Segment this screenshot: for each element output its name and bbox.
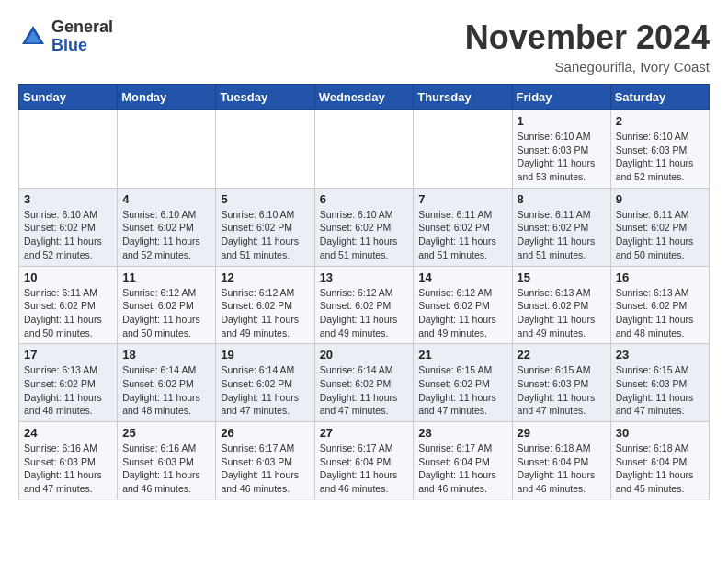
day-info: Sunrise: 6:12 AM Sunset: 6:02 PM Dayligh… xyxy=(418,286,506,340)
month-title: November 2024 xyxy=(465,18,710,57)
calendar-cell: 24Sunrise: 6:16 AM Sunset: 6:03 PM Dayli… xyxy=(19,422,118,500)
day-info: Sunrise: 6:12 AM Sunset: 6:02 PM Dayligh… xyxy=(320,286,409,340)
day-number: 13 xyxy=(320,270,409,284)
day-number: 18 xyxy=(122,348,210,362)
day-number: 7 xyxy=(418,192,506,206)
day-number: 5 xyxy=(221,192,309,206)
day-info: Sunrise: 6:10 AM Sunset: 6:02 PM Dayligh… xyxy=(320,208,409,262)
day-number: 9 xyxy=(616,192,704,206)
weekday-header-sunday: Sunday xyxy=(19,85,118,110)
day-number: 26 xyxy=(221,426,309,440)
day-info: Sunrise: 6:10 AM Sunset: 6:02 PM Dayligh… xyxy=(122,208,210,262)
day-info: Sunrise: 6:12 AM Sunset: 6:02 PM Dayligh… xyxy=(221,286,309,340)
calendar-table: SundayMondayTuesdayWednesdayThursdayFrid… xyxy=(18,84,710,500)
calendar-cell xyxy=(414,110,512,189)
calendar-cell: 3Sunrise: 6:10 AM Sunset: 6:02 PM Daylig… xyxy=(19,188,118,266)
day-number: 1 xyxy=(518,114,606,128)
week-row-5: 24Sunrise: 6:16 AM Sunset: 6:03 PM Dayli… xyxy=(19,422,710,500)
day-info: Sunrise: 6:10 AM Sunset: 6:03 PM Dayligh… xyxy=(518,130,606,184)
logo-text: General Blue xyxy=(51,18,113,55)
day-info: Sunrise: 6:10 AM Sunset: 6:02 PM Dayligh… xyxy=(221,208,309,262)
day-number: 22 xyxy=(518,348,606,362)
calendar-cell: 11Sunrise: 6:12 AM Sunset: 6:02 PM Dayli… xyxy=(118,266,216,344)
day-info: Sunrise: 6:15 AM Sunset: 6:03 PM Dayligh… xyxy=(518,363,606,418)
weekday-header-saturday: Saturday xyxy=(610,85,709,110)
logo: General Blue xyxy=(18,18,113,55)
day-number: 6 xyxy=(320,192,409,206)
calendar-cell xyxy=(216,110,314,189)
day-number: 23 xyxy=(616,348,704,362)
day-info: Sunrise: 6:11 AM Sunset: 6:02 PM Dayligh… xyxy=(24,286,112,340)
calendar-cell: 22Sunrise: 6:15 AM Sunset: 6:03 PM Dayli… xyxy=(512,344,610,422)
day-number: 25 xyxy=(122,426,210,440)
day-number: 15 xyxy=(518,270,606,284)
day-number: 21 xyxy=(418,348,506,362)
calendar-cell: 18Sunrise: 6:14 AM Sunset: 6:02 PM Dayli… xyxy=(118,344,216,422)
calendar-cell: 1Sunrise: 6:10 AM Sunset: 6:03 PM Daylig… xyxy=(512,110,610,189)
calendar-cell: 14Sunrise: 6:12 AM Sunset: 6:02 PM Dayli… xyxy=(414,266,512,344)
calendar-cell: 7Sunrise: 6:11 AM Sunset: 6:02 PM Daylig… xyxy=(414,188,512,266)
weekday-header-thursday: Thursday xyxy=(414,85,512,110)
calendar-cell: 29Sunrise: 6:18 AM Sunset: 6:04 PM Dayli… xyxy=(512,422,610,500)
calendar-cell: 27Sunrise: 6:17 AM Sunset: 6:04 PM Dayli… xyxy=(314,422,414,500)
day-number: 24 xyxy=(24,426,112,440)
day-info: Sunrise: 6:13 AM Sunset: 6:02 PM Dayligh… xyxy=(24,363,112,418)
day-info: Sunrise: 6:14 AM Sunset: 6:02 PM Dayligh… xyxy=(221,363,309,418)
calendar-cell: 6Sunrise: 6:10 AM Sunset: 6:02 PM Daylig… xyxy=(314,188,414,266)
title-block: November 2024 Sanegourifla, Ivory Coast xyxy=(465,18,710,75)
day-info: Sunrise: 6:16 AM Sunset: 6:03 PM Dayligh… xyxy=(24,442,112,496)
day-info: Sunrise: 6:18 AM Sunset: 6:04 PM Dayligh… xyxy=(518,442,606,496)
day-number: 4 xyxy=(122,192,210,206)
calendar-cell: 21Sunrise: 6:15 AM Sunset: 6:02 PM Dayli… xyxy=(414,344,512,422)
day-number: 11 xyxy=(122,270,210,284)
calendar-cell: 8Sunrise: 6:11 AM Sunset: 6:02 PM Daylig… xyxy=(512,188,610,266)
page-header: General Blue November 2024 Sanegourifla,… xyxy=(18,18,710,75)
day-number: 17 xyxy=(24,348,112,362)
weekday-header-tuesday: Tuesday xyxy=(216,85,314,110)
calendar-cell xyxy=(19,110,118,189)
calendar-cell: 15Sunrise: 6:13 AM Sunset: 6:02 PM Dayli… xyxy=(512,266,610,344)
day-number: 20 xyxy=(320,348,409,362)
logo-line1: General xyxy=(51,18,113,37)
day-info: Sunrise: 6:11 AM Sunset: 6:02 PM Dayligh… xyxy=(518,208,606,262)
day-info: Sunrise: 6:10 AM Sunset: 6:03 PM Dayligh… xyxy=(616,130,704,184)
day-info: Sunrise: 6:10 AM Sunset: 6:02 PM Dayligh… xyxy=(24,208,112,262)
calendar-cell: 9Sunrise: 6:11 AM Sunset: 6:02 PM Daylig… xyxy=(610,188,709,266)
day-info: Sunrise: 6:14 AM Sunset: 6:02 PM Dayligh… xyxy=(122,363,210,418)
day-info: Sunrise: 6:13 AM Sunset: 6:02 PM Dayligh… xyxy=(518,286,606,340)
day-info: Sunrise: 6:14 AM Sunset: 6:02 PM Dayligh… xyxy=(320,363,409,418)
day-info: Sunrise: 6:18 AM Sunset: 6:04 PM Dayligh… xyxy=(616,442,704,496)
weekday-header-row: SundayMondayTuesdayWednesdayThursdayFrid… xyxy=(19,85,710,110)
week-row-4: 17Sunrise: 6:13 AM Sunset: 6:02 PM Dayli… xyxy=(19,344,710,422)
day-info: Sunrise: 6:17 AM Sunset: 6:04 PM Dayligh… xyxy=(320,442,409,496)
location: Sanegourifla, Ivory Coast xyxy=(465,59,710,75)
weekday-header-friday: Friday xyxy=(512,85,610,110)
calendar-cell: 30Sunrise: 6:18 AM Sunset: 6:04 PM Dayli… xyxy=(610,422,709,500)
day-info: Sunrise: 6:11 AM Sunset: 6:02 PM Dayligh… xyxy=(418,208,506,262)
day-number: 16 xyxy=(616,270,704,284)
day-number: 14 xyxy=(418,270,506,284)
week-row-2: 3Sunrise: 6:10 AM Sunset: 6:02 PM Daylig… xyxy=(19,188,710,266)
calendar-cell: 20Sunrise: 6:14 AM Sunset: 6:02 PM Dayli… xyxy=(314,344,414,422)
day-number: 10 xyxy=(24,270,112,284)
day-number: 30 xyxy=(616,426,704,440)
day-info: Sunrise: 6:11 AM Sunset: 6:02 PM Dayligh… xyxy=(616,208,704,262)
logo-line2: Blue xyxy=(51,37,113,55)
calendar-cell: 26Sunrise: 6:17 AM Sunset: 6:03 PM Dayli… xyxy=(216,422,314,500)
calendar-cell: 28Sunrise: 6:17 AM Sunset: 6:04 PM Dayli… xyxy=(414,422,512,500)
calendar-cell: 16Sunrise: 6:13 AM Sunset: 6:02 PM Dayli… xyxy=(610,266,709,344)
day-info: Sunrise: 6:16 AM Sunset: 6:03 PM Dayligh… xyxy=(122,442,210,496)
week-row-3: 10Sunrise: 6:11 AM Sunset: 6:02 PM Dayli… xyxy=(19,266,710,344)
calendar-cell: 5Sunrise: 6:10 AM Sunset: 6:02 PM Daylig… xyxy=(216,188,314,266)
week-row-1: 1Sunrise: 6:10 AM Sunset: 6:03 PM Daylig… xyxy=(19,110,710,189)
day-info: Sunrise: 6:12 AM Sunset: 6:02 PM Dayligh… xyxy=(122,286,210,340)
day-number: 29 xyxy=(518,426,606,440)
day-number: 12 xyxy=(221,270,309,284)
calendar-cell: 2Sunrise: 6:10 AM Sunset: 6:03 PM Daylig… xyxy=(610,110,709,189)
weekday-header-monday: Monday xyxy=(118,85,216,110)
day-number: 27 xyxy=(320,426,409,440)
day-number: 8 xyxy=(518,192,606,206)
calendar-cell: 23Sunrise: 6:15 AM Sunset: 6:03 PM Dayli… xyxy=(610,344,709,422)
day-number: 19 xyxy=(221,348,309,362)
calendar-cell: 19Sunrise: 6:14 AM Sunset: 6:02 PM Dayli… xyxy=(216,344,314,422)
